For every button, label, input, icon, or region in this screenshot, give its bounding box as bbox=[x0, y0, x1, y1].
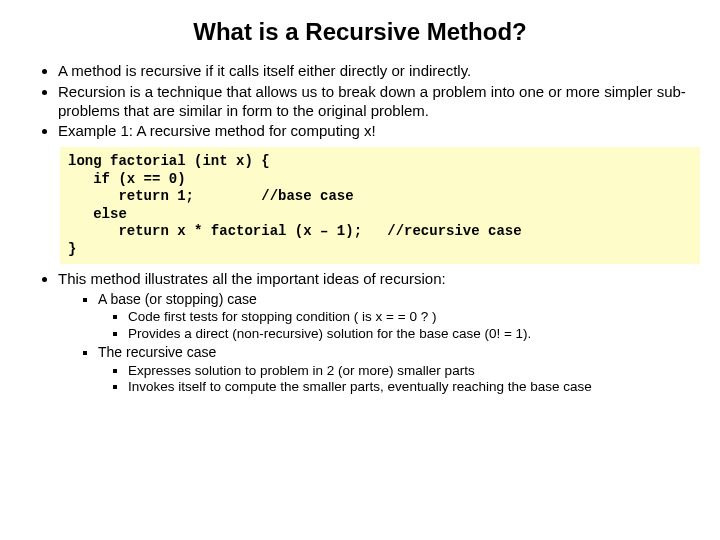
sub-item: The recursive case Expresses solution to… bbox=[98, 344, 690, 396]
sub-item: Provides a direct (non-recursive) soluti… bbox=[128, 326, 690, 343]
sub-item: Code first tests for stopping condition … bbox=[128, 309, 690, 326]
bullet-item: Recursion is a technique that allows us … bbox=[58, 83, 690, 121]
sublist: A base (or stopping) case Code first tes… bbox=[58, 291, 690, 397]
bullet-item: A method is recursive if it calls itself… bbox=[58, 62, 690, 81]
sub-item: Expresses solution to problem in 2 (or m… bbox=[128, 363, 690, 380]
bullet-list: A method is recursive if it calls itself… bbox=[30, 62, 690, 141]
sub-item: A base (or stopping) case Code first tes… bbox=[98, 291, 690, 343]
sub-text: The recursive case bbox=[98, 344, 216, 360]
bullet-item: Example 1: A recursive method for comput… bbox=[58, 122, 690, 141]
sub-item: Invokes itself to compute the smaller pa… bbox=[128, 379, 690, 396]
slide-title: What is a Recursive Method? bbox=[30, 18, 690, 46]
sublist: Code first tests for stopping condition … bbox=[98, 309, 690, 343]
bullet-list: This method illustrates all the importan… bbox=[30, 270, 690, 396]
bullet-text: This method illustrates all the importan… bbox=[58, 270, 446, 287]
sub-text: A base (or stopping) case bbox=[98, 291, 257, 307]
sublist: Expresses solution to problem in 2 (or m… bbox=[98, 363, 690, 397]
bullet-item: This method illustrates all the importan… bbox=[58, 270, 690, 396]
code-block: long factorial (int x) { if (x == 0) ret… bbox=[60, 147, 700, 264]
slide: What is a Recursive Method? A method is … bbox=[0, 0, 720, 396]
